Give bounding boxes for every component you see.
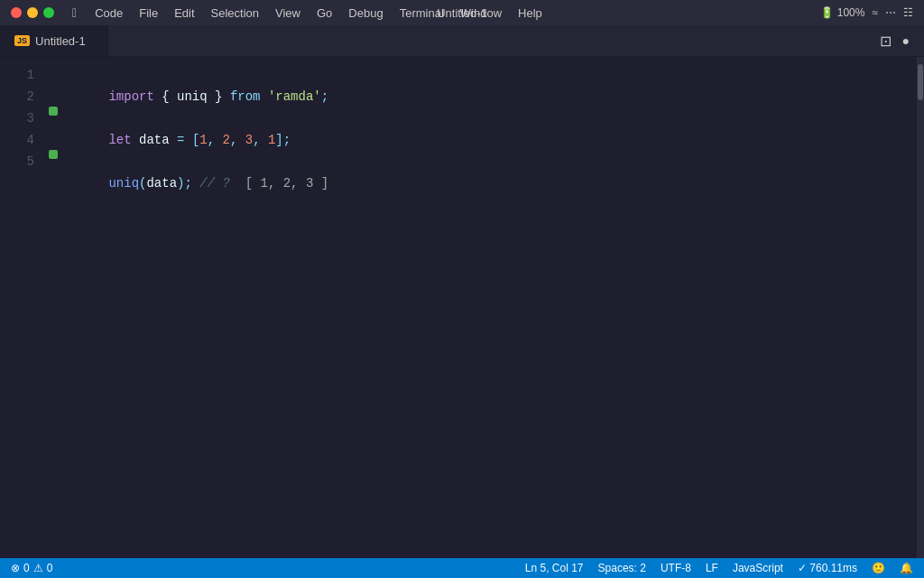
titlebar:  Code File Edit Selection View Go Debug…: [0, 0, 924, 25]
menu-go[interactable]: Go: [310, 5, 339, 22]
menu-code[interactable]: Code: [88, 5, 130, 22]
encoding-info[interactable]: UTF-8: [661, 562, 691, 574]
line-ending-info[interactable]: LF: [706, 562, 718, 574]
line-number-4: 4: [0, 129, 45, 151]
menu-view[interactable]: View: [268, 5, 308, 22]
menu-debug[interactable]: Debug: [341, 5, 390, 22]
code-line-3: let data = [1, 2, 3, 1];: [60, 107, 917, 129]
language-mode[interactable]: JavaScript: [733, 562, 783, 574]
warning-icon: ⚠: [33, 562, 43, 574]
dot-icon: ●: [902, 33, 910, 48]
more-options[interactable]: ⋯: [885, 6, 896, 19]
code-editor[interactable]: import { uniq } from 'ramda'; let data =…: [60, 57, 917, 558]
error-number: 0: [23, 562, 30, 574]
gutter-3: [45, 100, 60, 122]
wifi-icon: ≈: [872, 6, 878, 19]
gutter-1: [45, 64, 60, 86]
statusbar: ⊗ 0 ⚠ 0 Ln 5, Col 17 Spaces: 2 UTF-8 LF …: [0, 558, 924, 578]
editor: 1 2 3 4 5 import { uniq } from 'ramda'; …: [0, 57, 924, 558]
line-numbers: 1 2 3 4 5: [0, 57, 45, 558]
js-icon: JS: [14, 35, 30, 46]
menu-edit[interactable]: Edit: [167, 5, 201, 22]
tabbar: JS Untitled-1 ⊡ ●: [0, 25, 924, 57]
code-line-1: import { uniq } from 'ramda';: [60, 64, 917, 86]
tab-actions: ⊡ ●: [880, 33, 910, 50]
statusbar-left: ⊗ 0 ⚠ 0: [11, 562, 52, 574]
smiley-icon[interactable]: 🙂: [872, 562, 885, 574]
split-editor-icon[interactable]: ⊡: [880, 33, 892, 50]
battery-icon: 🔋 100%: [820, 6, 864, 19]
bell-icon[interactable]: 🔔: [900, 562, 913, 574]
menu-file[interactable]: File: [132, 5, 165, 22]
warning-number: 0: [47, 562, 53, 574]
minimize-button[interactable]: [27, 7, 38, 18]
tab-untitled[interactable]: JS Untitled-1: [0, 25, 108, 56]
statusbar-right: Ln 5, Col 17 Spaces: 2 UTF-8 LF JavaScri…: [525, 562, 913, 574]
gutter: [45, 57, 60, 558]
maximize-button[interactable]: [43, 7, 54, 18]
menu-selection[interactable]: Selection: [204, 5, 266, 22]
spaces-info[interactable]: Spaces: 2: [598, 562, 646, 574]
gutter-5: [45, 144, 60, 165]
code-line-5: uniq(data); // ? [ 1, 2, 3 ]: [60, 151, 917, 172]
gutter-4: [45, 122, 60, 144]
gutter-dot-3: [49, 107, 58, 116]
scrollbar-thumb[interactable]: [918, 64, 923, 100]
traffic-lights: [11, 7, 54, 18]
scrollbar[interactable]: [917, 57, 924, 558]
cursor-position[interactable]: Ln 5, Col 17: [525, 562, 584, 574]
titlebar-right: 🔋 100% ≈ ⋯ ☷: [820, 6, 913, 19]
error-icon: ⊗: [11, 562, 20, 574]
line-number-3: 3: [0, 107, 45, 129]
line-number-5: 5: [0, 151, 45, 172]
close-button[interactable]: [11, 7, 22, 18]
quokka-status: ✓ 760.11ms: [798, 562, 857, 574]
window-title: Untitled-1: [437, 6, 487, 20]
apple-icon: : [72, 5, 77, 20]
line-number-1: 1: [0, 64, 45, 86]
error-count: ⊗ 0 ⚠ 0: [11, 562, 52, 574]
menu-help[interactable]: Help: [511, 5, 550, 22]
line-number-2: 2: [0, 86, 45, 107]
gutter-dot-5: [49, 150, 58, 159]
tab-filename: Untitled-1: [35, 34, 86, 48]
grid-icon[interactable]: ☷: [903, 6, 913, 19]
